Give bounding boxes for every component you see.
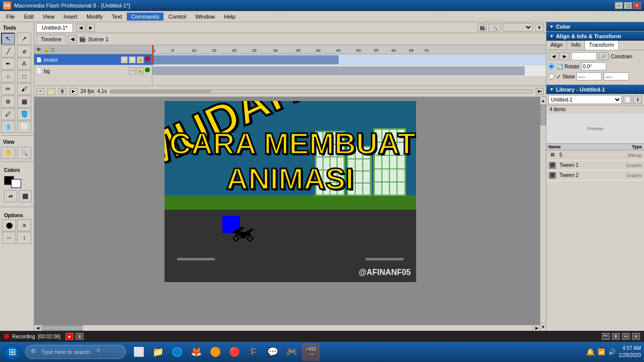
window-controls[interactable]: ─ ◻ ✕	[615, 2, 641, 9]
transform-tab[interactable]: Transform	[585, 41, 619, 50]
ink-tool[interactable]: 🖊	[1, 108, 15, 120]
option4-btn[interactable]: ↕	[17, 232, 31, 244]
pen-tool[interactable]: ✒	[1, 58, 15, 70]
scroll-down-btn[interactable]: ▼	[540, 323, 546, 331]
zoom-select[interactable]: 100%	[503, 23, 533, 32]
doc-tab-untitled[interactable]: Untitled-1*	[36, 23, 73, 32]
notification-icon[interactable]: 🔔	[586, 348, 595, 356]
add-layer-btn[interactable]: +	[36, 88, 44, 95]
freex-tool[interactable]: ⊕	[1, 96, 15, 108]
rec-mic-btn[interactable]: 🎙	[612, 333, 620, 340]
oval-tool[interactable]: ○	[1, 70, 15, 82]
lib-item-tween2[interactable]: ⬛ Tween 2 Graphic	[546, 170, 644, 180]
rect-tool[interactable]: □	[17, 70, 31, 82]
hand-tool[interactable]: ✋	[1, 147, 15, 159]
flash2-btn[interactable]: 🎬	[302, 343, 320, 361]
lib-item-bitmap[interactable]: 🖼 5 Bitmap	[546, 150, 644, 160]
timeline-scrollbar[interactable]	[110, 89, 533, 94]
firefox-btn[interactable]: 🦊	[187, 343, 205, 361]
eyedrop-tool[interactable]: 💧	[1, 121, 15, 133]
arrow-left-btn[interactable]: ◀	[548, 52, 558, 60]
eraser-tool[interactable]: ⬜	[17, 121, 31, 133]
rec-pause-btn[interactable]: ⏸	[75, 333, 84, 340]
lib-new-btn[interactable]: 📄	[623, 96, 632, 104]
menu-control[interactable]: Control	[165, 13, 190, 21]
select-tool[interactable]: ↖	[1, 33, 15, 45]
scroll-left-btn[interactable]: ◀	[34, 325, 41, 331]
menu-edit[interactable]: Edit	[20, 13, 38, 21]
default-colors-btn[interactable]: ⬛	[19, 190, 32, 202]
rotate-radio[interactable]	[548, 63, 554, 69]
timeline-scroll-thumb[interactable]	[110, 90, 211, 93]
canvas-stage[interactable]: 🏍 MUDAH!! CARA MEMBUAT ANIMASI @AFINANF0…	[165, 101, 416, 282]
bg-lock-btn[interactable]: 🔒	[137, 67, 144, 74]
info-tab[interactable]: Info	[567, 41, 585, 50]
doc-next-btn[interactable]: ▶	[86, 24, 95, 32]
library-panel-header[interactable]: ▼ Library - Untitled-1	[546, 85, 644, 94]
lib-item-tween1[interactable]: ⬛ Tween 1 Graphic	[546, 160, 644, 170]
opera-btn[interactable]: 🔴	[225, 343, 244, 361]
misc-btn[interactable]: 🎮	[283, 343, 301, 361]
menu-commands[interactable]: Commands	[127, 13, 163, 21]
subselect-tool[interactable]: ↗	[17, 33, 31, 45]
align-tab[interactable]: Align	[546, 41, 567, 50]
close-button[interactable]: ✕	[633, 2, 641, 9]
scroll-up-btn[interactable]: ▲	[540, 97, 546, 105]
fill-color[interactable]	[11, 179, 21, 188]
menu-text[interactable]: Text	[108, 13, 126, 21]
maximize-button[interactable]: ◻	[624, 2, 632, 9]
chrome-btn[interactable]: 🟠	[206, 343, 224, 361]
rec-close-btn[interactable]: ✕	[632, 333, 640, 340]
skew-radio[interactable]	[548, 73, 554, 79]
transform-panel-header[interactable]: ▼ Align & Info & Transform	[546, 32, 644, 41]
layer-motor[interactable]: 📄 motor ✏ 👁 🔒	[34, 54, 152, 65]
add-layer-folder-btn[interactable]: 📁	[47, 88, 55, 95]
skew-input2[interactable]	[604, 72, 629, 80]
option2-btn[interactable]: ⊞	[17, 219, 31, 231]
option1-btn[interactable]: ⬤	[2, 219, 16, 231]
start-button[interactable]: ⊞	[3, 344, 21, 360]
taskview-btn[interactable]: ⬜	[130, 343, 148, 361]
motor-track[interactable]	[152, 54, 546, 65]
library-select[interactable]: Untitled-1	[548, 95, 622, 104]
constrain-lock-btn[interactable]: 🔗	[599, 52, 609, 60]
color-panel-header[interactable]: ▼ Color	[546, 22, 644, 31]
motor-lock-btn[interactable]: 🔒	[137, 56, 144, 63]
menu-insert[interactable]: Insert	[59, 13, 82, 21]
timeline-end-btn[interactable]: ▶|	[536, 88, 544, 95]
minimize-button[interactable]: ─	[615, 2, 623, 9]
bg-arrow-btn[interactable]: →	[129, 67, 136, 74]
option3-btn[interactable]: ↔	[2, 232, 16, 244]
brush-tool[interactable]: 🖌	[17, 83, 31, 95]
swap-colors-btn[interactable]: ⇄	[4, 190, 17, 202]
scroll-v-thumb[interactable]	[540, 105, 546, 125]
menu-modify[interactable]: Modify	[83, 13, 107, 21]
explorer-btn[interactable]: 📁	[149, 343, 167, 361]
arrow-right-btn[interactable]: ▶	[559, 52, 570, 60]
rec-cam-btn[interactable]: 📷	[602, 333, 610, 340]
doc-prev-btn[interactable]: ◀	[76, 24, 85, 32]
pencil-tool[interactable]: ✏	[1, 83, 15, 95]
timeline-back-btn[interactable]: ◀	[68, 35, 77, 43]
flash-btn[interactable]: F	[245, 343, 263, 361]
lib-props-btn[interactable]: ℹ	[633, 96, 642, 104]
layer-bg[interactable]: 📄 bg → 🔒	[34, 65, 152, 76]
rec-stop-btn[interactable]: ■	[65, 333, 73, 340]
search-box[interactable]: 🔍 Type here to search 🎤	[25, 345, 126, 359]
fill-tool[interactable]: ▩	[17, 96, 31, 108]
scroll-h-thumb[interactable]	[42, 325, 83, 331]
stage-icon-btn[interactable]: 🎬	[477, 24, 487, 32]
skew-input1[interactable]	[577, 72, 602, 80]
timeline-tab[interactable]: Timeline	[36, 35, 66, 43]
playback-btn[interactable]: ▶	[69, 88, 77, 95]
text-tool[interactable]: A	[17, 58, 31, 70]
menu-view[interactable]: View	[39, 13, 59, 21]
zoom-out-btn[interactable]: 🔍	[489, 24, 501, 32]
motor-eye-btn[interactable]: 👁	[129, 56, 136, 63]
bg-track[interactable]	[152, 65, 546, 76]
rec-pen-btn[interactable]: ✏	[622, 333, 630, 340]
zoom-dropdown-btn[interactable]: ▼	[535, 24, 544, 32]
motor-pencil-btn[interactable]: ✏	[121, 56, 128, 63]
lasso-tool[interactable]: ⌀	[17, 45, 31, 57]
wifi-icon[interactable]: 📶	[598, 348, 605, 355]
